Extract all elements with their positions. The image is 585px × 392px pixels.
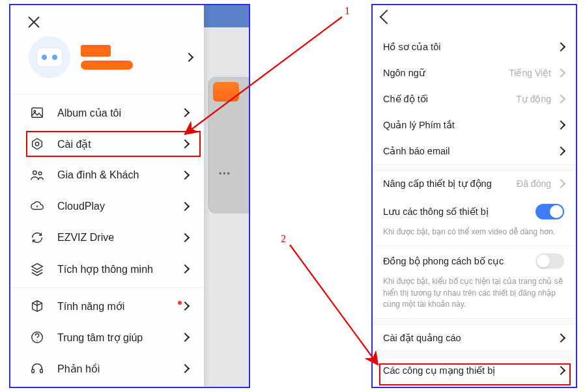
row-label: Đồng bộ phong cách bố cục <box>383 256 535 266</box>
row-value: Đã đóng <box>517 178 551 189</box>
annotation-number-1: 1 <box>345 5 350 17</box>
chevron-right-icon <box>180 301 190 311</box>
layers-icon <box>29 260 46 277</box>
left-drawer: Album của tôi Cài đặt Gia đình & Khách C… <box>10 5 204 387</box>
separator <box>373 164 576 171</box>
cloud-icon <box>29 198 46 215</box>
chevron-right-icon <box>556 94 565 104</box>
menu-item-new-features[interactable]: Tính năng mới <box>10 290 204 322</box>
settings-icon <box>29 135 46 152</box>
image-icon <box>29 104 46 121</box>
left-panel: Album của tôi Cài đặt Gia đình & Khách C… <box>9 4 250 388</box>
cube-icon <box>29 298 46 315</box>
redacted-name-2 <box>81 61 133 70</box>
chevron-right-icon <box>180 333 190 342</box>
chevron-right-icon <box>180 139 190 148</box>
row-lan[interactable]: Xem trực tiếp LAN <box>373 384 576 388</box>
profile-name <box>81 45 186 70</box>
menu-item-family[interactable]: Gia đình & Khách <box>10 160 204 191</box>
row-language[interactable]: Ngôn ngữ Tiếng Việt <box>373 60 576 86</box>
menu-label: Tích hợp thông minh <box>57 263 182 275</box>
menu-label: CloudPlay <box>57 201 182 212</box>
redacted-name-1 <box>81 45 111 57</box>
svg-point-5 <box>35 142 39 146</box>
robot-icon <box>36 48 63 67</box>
row-auto-upgrade[interactable]: Nâng cấp thiết bị tự động Đã đóng <box>373 171 576 197</box>
right-panel: Hồ sơ của tôi Ngôn ngữ Tiếng Việt Chế độ… <box>371 4 577 388</box>
menu-label: Gia đình & Khách <box>57 169 182 181</box>
row-value: Tự động <box>516 94 551 104</box>
svg-point-9 <box>36 340 37 341</box>
menu-section-1: Album của tôi Cài đặt Gia đình & Khách C… <box>10 94 204 287</box>
chevron-right-icon <box>556 42 565 51</box>
row-email-alert[interactable]: Cảnh báo email <box>373 138 576 164</box>
row-label: Hồ sơ của tôi <box>383 42 558 52</box>
refresh-icon <box>29 229 46 246</box>
svg-rect-2 <box>32 108 43 118</box>
menu-item-settings[interactable]: Cài đặt <box>10 128 204 160</box>
row-save-params[interactable]: Lưu các thông số thiết bị <box>373 197 576 227</box>
menu-section-2: Tính năng mới Trung tâm trợ giúp Phản hồ… <box>10 287 204 388</box>
menu-label: Tính năng mới <box>57 300 175 313</box>
close-icon[interactable] <box>26 14 42 30</box>
svg-point-6 <box>33 171 37 175</box>
menu-item-smart[interactable]: Tích hợp thông minh <box>10 253 204 285</box>
menu-label: Phản hồi <box>57 363 182 375</box>
menu-item-chat[interactable]: Trò chuyện trực tiếp <box>10 384 204 388</box>
menu-item-feedback[interactable]: Phản hồi <box>10 353 204 384</box>
avatar <box>29 36 70 78</box>
menu-item-drive[interactable]: EZVIZ Drive <box>10 222 204 253</box>
menu-label: Trung tâm trợ giúp <box>57 331 182 344</box>
row-ads[interactable]: Cài đặt quảng cáo <box>373 325 576 351</box>
annotation-number-2: 2 <box>281 233 286 245</box>
row-label: Lưu các thông số thiết bị <box>383 206 535 217</box>
left-background-strip: ••• <box>204 5 249 387</box>
row-value: Tiếng Việt <box>509 68 551 78</box>
chevron-right-icon <box>556 120 565 130</box>
toggle-save-params[interactable] <box>535 204 564 219</box>
chevron-right-icon <box>556 147 565 156</box>
svg-marker-4 <box>33 139 42 150</box>
chevron-right-icon <box>184 53 193 62</box>
svg-point-7 <box>38 172 42 175</box>
chevron-right-icon <box>556 68 565 77</box>
row-label: Cảnh báo email <box>383 146 558 156</box>
row-label: Cài đặt quảng cáo <box>383 333 558 343</box>
separator <box>373 351 576 357</box>
row-sync-layout[interactable]: Đồng bộ phong cách bố cục <box>373 245 576 276</box>
headset-icon <box>29 360 46 377</box>
chevron-right-icon <box>180 233 190 242</box>
chevron-right-icon <box>180 202 190 211</box>
background-device-card <box>208 77 249 214</box>
separator <box>373 318 576 325</box>
row-label: Chế độ tối <box>383 94 516 104</box>
svg-rect-11 <box>40 369 43 373</box>
settings-list: Hồ sơ của tôi Ngôn ngữ Tiếng Việt Chế độ… <box>373 5 576 388</box>
row-desc: Khi được bật, bạn có thể xem video dễ dà… <box>373 227 576 245</box>
row-label: Ngôn ngữ <box>383 68 509 78</box>
chevron-right-icon <box>556 333 565 342</box>
row-desc: Khi được bật, kiểu bố cục hiện tại của t… <box>373 276 576 318</box>
chevron-right-icon <box>180 264 190 273</box>
row-profile[interactable]: Hồ sơ của tôi <box>373 34 576 60</box>
chevron-right-icon <box>556 179 565 188</box>
menu-item-album[interactable]: Album của tôi <box>10 97 204 128</box>
row-label: Quản lý Phím tắt <box>383 120 558 130</box>
row-label: Nâng cấp thiết bị tự động <box>383 178 517 189</box>
menu-item-help[interactable]: Trung tâm trợ giúp <box>10 322 204 353</box>
help-icon <box>29 329 46 346</box>
menu-item-cloudplay[interactable]: CloudPlay <box>10 191 204 222</box>
toggle-sync-layout[interactable] <box>535 253 564 269</box>
svg-rect-10 <box>32 369 35 373</box>
chevron-right-icon <box>180 364 190 373</box>
row-dark-mode[interactable]: Chế độ tối Tự động <box>373 86 576 112</box>
dots-icon: ••• <box>204 169 246 178</box>
row-net-tools[interactable]: Các công cụ mạng thiết bị <box>373 357 576 384</box>
menu-label: EZVIZ Drive <box>57 232 182 244</box>
menu-label: Cài đặt <box>57 138 182 150</box>
chevron-right-icon <box>180 108 190 117</box>
row-shortcuts[interactable]: Quản lý Phím tắt <box>373 112 576 138</box>
users-icon <box>29 167 46 184</box>
chevron-right-icon <box>556 365 565 374</box>
row-label: Các công cụ mạng thiết bị <box>383 365 558 376</box>
